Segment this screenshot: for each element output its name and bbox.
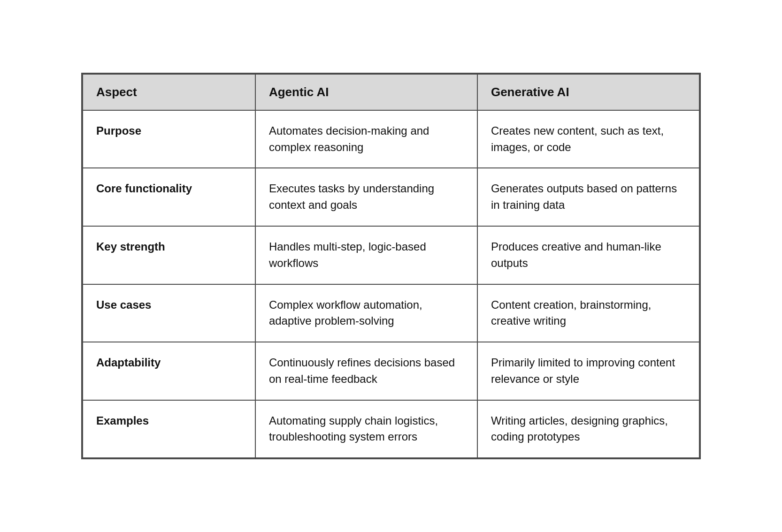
- comparison-table-container: Aspect Agentic AI Generative AI Purpose …: [81, 73, 701, 460]
- row-use-cases-generative: Content creation, brainstorming, creativ…: [477, 284, 699, 342]
- row-key-strength-aspect: Key strength: [83, 226, 255, 284]
- table-row: Core functionality Executes tasks by und…: [83, 168, 699, 226]
- row-examples-aspect: Examples: [83, 400, 255, 458]
- table-row: Use cases Complex workflow automation, a…: [83, 284, 699, 342]
- row-purpose-aspect: Purpose: [83, 110, 255, 168]
- row-purpose-generative: Creates new content, such as text, image…: [477, 110, 699, 168]
- row-examples-generative: Writing articles, designing graphics, co…: [477, 400, 699, 458]
- table-row: Examples Automating supply chain logisti…: [83, 400, 699, 458]
- header-agentic-ai: Agentic AI: [255, 74, 477, 110]
- row-core-functionality-generative: Generates outputs based on patterns in t…: [477, 168, 699, 226]
- table-row: Key strength Handles multi-step, logic-b…: [83, 226, 699, 284]
- row-examples-agentic: Automating supply chain logistics, troub…: [255, 400, 477, 458]
- table-row: Purpose Automates decision-making and co…: [83, 110, 699, 168]
- row-core-functionality-agentic: Executes tasks by understanding context …: [255, 168, 477, 226]
- table-header-row: Aspect Agentic AI Generative AI: [83, 74, 699, 110]
- row-purpose-agentic: Automates decision-making and complex re…: [255, 110, 477, 168]
- row-use-cases-aspect: Use cases: [83, 284, 255, 342]
- table-row: Adaptability Continuously refines decisi…: [83, 342, 699, 400]
- row-adaptability-agentic: Continuously refines decisions based on …: [255, 342, 477, 400]
- row-core-functionality-aspect: Core functionality: [83, 168, 255, 226]
- row-adaptability-generative: Primarily limited to improving content r…: [477, 342, 699, 400]
- comparison-table: Aspect Agentic AI Generative AI Purpose …: [82, 74, 700, 459]
- header-aspect: Aspect: [83, 74, 255, 110]
- row-key-strength-agentic: Handles multi-step, logic-based workflow…: [255, 226, 477, 284]
- row-key-strength-generative: Produces creative and human-like outputs: [477, 226, 699, 284]
- header-generative-ai: Generative AI: [477, 74, 699, 110]
- row-adaptability-aspect: Adaptability: [83, 342, 255, 400]
- row-use-cases-agentic: Complex workflow automation, adaptive pr…: [255, 284, 477, 342]
